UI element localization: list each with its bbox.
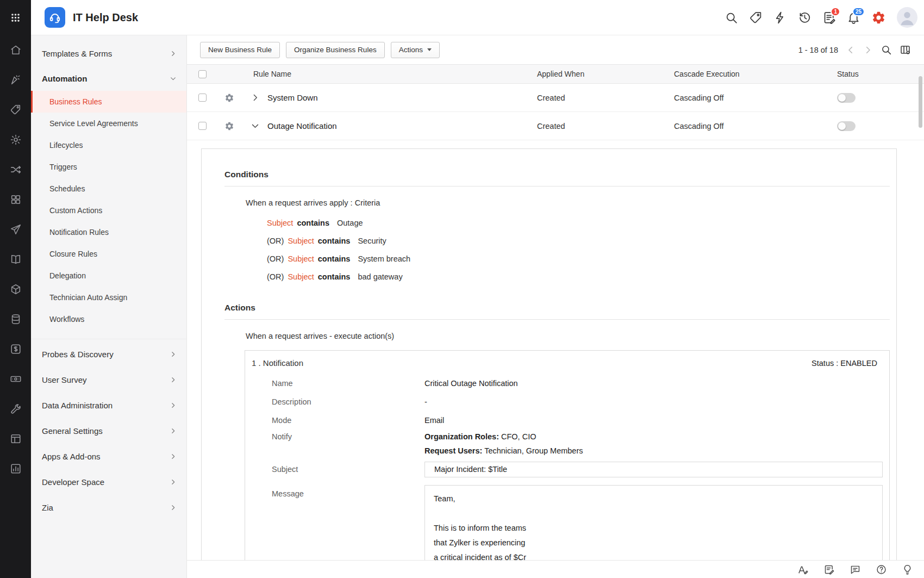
table-row: System Down Created Cascading Off [187,84,924,112]
announcements-script-icon[interactable]: 1 [822,11,836,24]
notification-fields: Name Critical Outage Notification Descri… [252,374,883,578]
tools-wrench-icon[interactable] [10,403,22,415]
list-search-icon[interactable] [881,44,892,55]
integrations-shuffle-icon[interactable] [10,164,22,176]
notification-name-value: Critical Outage Notification [424,379,883,388]
row-checkbox[interactable] [198,94,207,102]
chevron-right-icon [170,50,177,57]
launch-plane-icon[interactable] [10,223,22,235]
rule-name[interactable]: Outage Notification [263,121,535,130]
sidebar-item-notification-rules[interactable]: Notification Rules [31,221,186,243]
divider [224,319,890,320]
modules-grid-icon[interactable] [10,194,22,206]
criteria-operator: contains [318,272,351,281]
layout-board-icon[interactable] [10,433,22,445]
sidebar-item-general-settings[interactable]: General Settings [31,418,186,444]
knowledge-book-icon[interactable] [10,253,22,265]
new-business-rule-button[interactable]: New Business Rule [200,42,280,58]
select-all-checkbox[interactable] [198,70,207,78]
sidebar-item-zia[interactable]: Zia [31,495,186,520]
customization-icon[interactable] [10,74,22,86]
sidebar-item-developer-space[interactable]: Developer Space [31,469,186,495]
brand: IT Help Desk [31,7,138,28]
sidebar: Templates & Forms Automation Business Ru… [31,35,187,578]
translate-edit-icon[interactable] [797,564,809,575]
dropdown-caret-icon [427,48,432,51]
sidebar-item-closure-rules[interactable]: Closure Rules [31,243,186,265]
sidebar-item-business-rules[interactable]: Business Rules [31,91,186,113]
help-icon[interactable] [876,564,887,575]
sidebar-item-automation[interactable]: Automation [31,66,186,91]
topbar-actions: 1 25 [725,7,924,28]
notification-status: Status : ENABLED [811,359,883,368]
sidebar-item-user-survey[interactable]: User Survey [31,367,186,393]
sidebar-item-service-level-agreements[interactable]: Service Level Agreements [31,113,186,134]
criteria-value: bad gateway [358,272,402,281]
row-gear-icon[interactable] [224,93,234,103]
conditions-intro: When a request arrives apply : Criteria [224,198,890,207]
database-icon[interactable] [10,313,22,325]
next-page-icon[interactable] [863,45,873,55]
sidebar-item-probes-discovery[interactable]: Probes & Discovery [31,341,186,367]
settings-gear-icon[interactable] [871,10,886,25]
sidebar-item-delegation[interactable]: Delegation [31,265,186,287]
recent-history-icon[interactable] [798,11,811,24]
search-icon[interactable] [725,11,738,24]
applied-when-value: Created [535,94,672,102]
billing-dollar-icon[interactable] [10,343,22,355]
notify-users-line: Request Users: Technician, Group Members [424,444,883,458]
quick-actions-lightning-icon[interactable] [773,11,787,24]
chevron-right-icon [170,478,177,486]
status-toggle-off[interactable] [837,93,856,103]
tags-icon[interactable] [10,104,22,116]
icon-rail [0,0,31,578]
sidebar-item-apps-addons[interactable]: Apps & Add-ons [31,444,186,469]
sidebar-item-workflows[interactable]: Workflows [31,308,186,330]
chevron-right-icon [170,504,177,511]
analytics-chart-icon[interactable] [10,463,22,475]
table-row: Outage Notification Created Cascading Of… [187,112,924,140]
organize-business-rules-button[interactable]: Organize Business Rules [286,42,385,58]
user-avatar[interactable] [897,7,917,28]
package-box-icon[interactable] [10,283,22,295]
sidebar-item-templates-forms[interactable]: Templates & Forms [31,41,186,66]
prev-page-icon[interactable] [846,45,856,55]
main-content: New Business Rule Organize Business Rule… [187,35,924,578]
compose-note-icon[interactable] [823,564,835,575]
whats-new-tag-icon[interactable] [749,11,763,24]
collapse-chevron-down-icon[interactable] [251,121,260,130]
app-logo-headset-icon[interactable] [45,7,65,28]
feedback-chat-icon[interactable] [850,564,861,575]
app-grid-icon[interactable] [10,0,21,35]
sidebar-item-technician-auto-assign[interactable]: Technician Auto Assign [31,287,186,308]
automation-gear-icon[interactable] [10,134,22,146]
row-checkbox[interactable] [198,122,207,130]
subject-field: Major Incident: $Title [424,462,883,477]
chevron-right-icon [170,376,177,383]
vertical-scrollbar-thumb[interactable] [919,76,922,128]
chevron-down-icon [170,75,177,82]
sidebar-item-lifecycles[interactable]: Lifecycles [31,134,186,156]
cashflow-icon[interactable] [10,373,22,385]
toolbar-right: 1 - 18 of 18 [798,44,911,55]
header-applied-when: Applied When [535,70,672,78]
status-toggle-off[interactable] [837,121,856,131]
home-icon[interactable] [10,44,22,56]
automation-submenu: Business Rules Service Level Agreements … [31,91,186,330]
column-chooser-icon[interactable] [900,44,911,55]
row-gear-icon[interactable] [224,121,234,131]
sidebar-item-data-administration[interactable]: Data Administration [31,393,186,418]
sidebar-item-schedules[interactable]: Schedules [31,178,186,200]
rule-detail-panel: Conditions When a request arrives apply … [201,148,897,578]
field-row-name: Name Critical Outage Notification [252,374,883,393]
criteria-field: Subject [267,219,293,227]
actions-dropdown-button[interactable]: Actions [391,42,440,58]
notifications-bell-icon[interactable]: 25 [847,11,860,24]
criteria-operator: contains [297,219,329,227]
notifications-badge: 25 [852,7,865,16]
sidebar-item-custom-actions[interactable]: Custom Actions [31,200,186,221]
smart-bulb-icon[interactable] [902,564,913,575]
expand-chevron-right-icon[interactable] [251,93,260,102]
sidebar-item-triggers[interactable]: Triggers [31,156,186,178]
rule-name[interactable]: System Down [263,93,535,102]
